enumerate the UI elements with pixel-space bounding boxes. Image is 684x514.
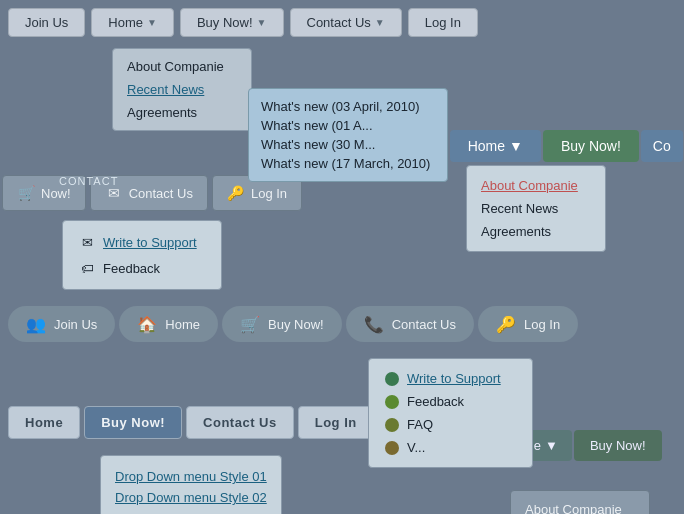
home-arrow-icon: ▼ [147, 17, 157, 28]
home-dd-agreements[interactable]: Agreements [113, 101, 251, 124]
home-dropdown: About Companie Recent News Agreements [112, 48, 252, 131]
login-icon-label: Log In [251, 186, 287, 201]
feedback-dot-icon [385, 395, 399, 409]
news-item-1[interactable]: What's new (03 April, 2010) [261, 97, 435, 116]
wd-faq-label: FAQ [407, 417, 433, 432]
buy-now-button[interactable]: Buy Now! ▼ [180, 8, 284, 37]
home-row6-arrow-icon: ▼ [545, 438, 558, 453]
envelope-icon: ✉ [79, 234, 95, 250]
news-item-3[interactable]: What's new (30 M... [261, 135, 435, 154]
nav-row3: 👥 Join Us 🏠 Home 🛒 Buy Now! 📞 Contact Us… [0, 300, 586, 348]
about-dropdown-right: About Companie Recent News Agreements [466, 165, 606, 252]
key-icon: 🔑 [227, 184, 245, 202]
join-us-modern-label: Join Us [54, 317, 97, 332]
buy-now-row6-label: Buy Now! [590, 438, 646, 453]
dropdown-style-02-link[interactable]: Drop Down menu Style 02 [115, 487, 267, 508]
wd-v-label: V... [407, 440, 425, 455]
buy-now-icon-label: Now! [41, 186, 71, 201]
write-support-dot-icon [385, 372, 399, 386]
login-pastel-label: Log In [315, 415, 357, 430]
cart-icon: 🛒 [17, 184, 35, 202]
home-dd-about[interactable]: About Companie [113, 55, 251, 78]
buy-now-pastel-button[interactable]: Buy Now! [84, 406, 182, 439]
people-icon: 👥 [26, 314, 46, 334]
log-in-label: Log In [425, 15, 461, 30]
news-item-4[interactable]: What's new (17 March, 2010) [261, 154, 435, 173]
buy-now-arrow-icon: ▼ [257, 17, 267, 28]
buy-now-pastel-label: Buy Now! [101, 415, 165, 430]
write-to-support-link[interactable]: Write to Support [103, 235, 197, 250]
home-dd-news[interactable]: Recent News [113, 78, 251, 101]
faq-dot-icon [385, 418, 399, 432]
contact-us-button[interactable]: Contact Us ▼ [290, 8, 402, 37]
dropdown-style-01-link[interactable]: Drop Down menu Style 01 [115, 466, 267, 487]
buy-now-icon-button[interactable]: 🛒 Now! [2, 175, 86, 211]
buy-now-right-label: Buy Now! [561, 138, 621, 154]
home-label: Home [108, 15, 143, 30]
login-pastel-button[interactable]: Log In [298, 406, 374, 439]
login-modern-button[interactable]: 🔑 Log In [478, 306, 578, 342]
wd-write-to-support[interactable]: Write to Support [373, 367, 528, 390]
contact-icon-button[interactable]: ✉ Contact Us [90, 175, 208, 211]
wd-feedback-label: Feedback [407, 394, 464, 409]
feedback-label: Feedback [103, 261, 160, 276]
feedback-item[interactable]: 🏷 Feedback [67, 255, 217, 281]
phone-icon: 📞 [364, 314, 384, 334]
about-bottom-right: About Companie [510, 490, 650, 514]
lock-icon: 🔑 [496, 314, 516, 334]
nav-row1: Join Us Home ▼ Buy Now! ▼ Contact Us ▼ L… [8, 8, 478, 37]
news-panel: What's new (03 April, 2010) What's new (… [248, 88, 448, 182]
contact-modern-label: Contact Us [392, 317, 456, 332]
buy-now-right-button[interactable]: Buy Now! [543, 130, 639, 162]
about-bottom-item[interactable]: About Companie [525, 499, 635, 514]
contact-pastel-button[interactable]: Contact Us [186, 406, 294, 439]
mail-icon: ✉ [105, 184, 123, 202]
basket-icon: 🛒 [240, 314, 260, 334]
write-dropdown-right: Write to Support Feedback FAQ V... [368, 358, 533, 468]
home-modern-button[interactable]: 🏠 Home [119, 306, 218, 342]
login-modern-label: Log In [524, 317, 560, 332]
home-pastel-label: Home [25, 415, 63, 430]
home-button[interactable]: Home ▼ [91, 8, 174, 37]
join-us-label: Join Us [25, 15, 68, 30]
home-pastel-button[interactable]: Home [8, 406, 80, 439]
about-right-about[interactable]: About Companie [467, 174, 605, 197]
tag-icon: 🏷 [79, 260, 95, 276]
about-right-news[interactable]: Recent News [467, 197, 605, 220]
buy-now-modern-label: Buy Now! [268, 317, 324, 332]
home-right-arrow-icon: ▼ [509, 138, 523, 154]
contact-partial-label: Co [653, 138, 671, 154]
bottom-left-panel: Drop Down menu Style 01 Drop Down menu S… [100, 455, 282, 514]
contact-us-arrow-icon: ▼ [375, 17, 385, 28]
contact-modern-button[interactable]: 📞 Contact Us [346, 306, 474, 342]
news-item-2[interactable]: What's new (01 A... [261, 116, 435, 135]
wd-feedback[interactable]: Feedback [373, 390, 528, 413]
join-us-button[interactable]: Join Us [8, 8, 85, 37]
contact-icon-label: Contact Us [129, 186, 193, 201]
nav-row4: Home Buy Now! Contact Us Log In [0, 400, 382, 445]
v-dot-icon [385, 441, 399, 455]
home-modern-label: Home [165, 317, 200, 332]
buy-now-row6-button[interactable]: Buy Now! [574, 430, 662, 461]
wd-faq[interactable]: FAQ [373, 413, 528, 436]
buy-now-modern-button[interactable]: 🛒 Buy Now! [222, 306, 342, 342]
contact-us-label: Contact Us [307, 15, 371, 30]
log-in-button[interactable]: Log In [408, 8, 478, 37]
about-right-agreements[interactable]: Agreements [467, 220, 605, 243]
home-icon: 🏠 [137, 314, 157, 334]
write-to-support-item[interactable]: ✉ Write to Support [67, 229, 217, 255]
contact-dropdown: ✉ Write to Support 🏷 Feedback [62, 220, 222, 290]
contact-pastel-label: Contact Us [203, 415, 277, 430]
wd-v[interactable]: V... [373, 436, 528, 459]
join-us-modern-button[interactable]: 👥 Join Us [8, 306, 115, 342]
buy-now-label: Buy Now! [197, 15, 253, 30]
contact-partial-button[interactable]: Co [641, 130, 683, 162]
home-right-label: Home [468, 138, 505, 154]
wd-write-to-support-link[interactable]: Write to Support [407, 371, 501, 386]
home-right-button[interactable]: Home ▼ [450, 130, 541, 162]
